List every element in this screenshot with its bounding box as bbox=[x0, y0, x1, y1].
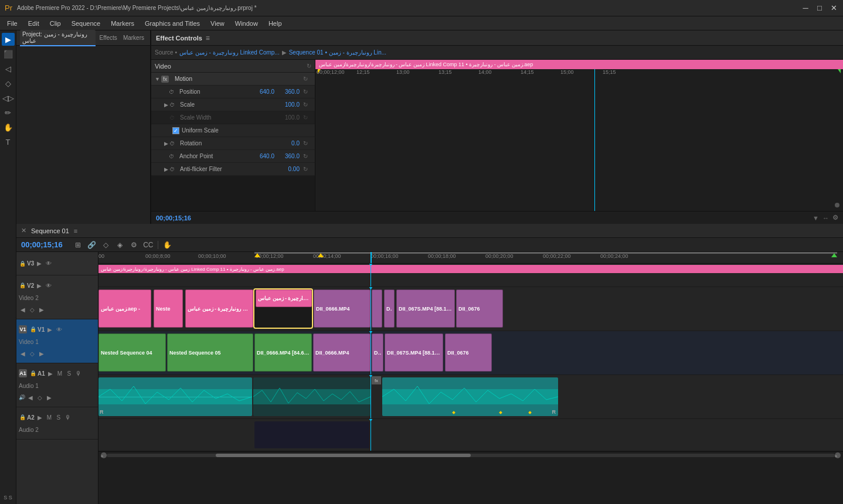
tool-razor[interactable]: ◇ bbox=[2, 77, 15, 90]
v2-eye-icon[interactable]: 👁 bbox=[45, 281, 53, 290]
menu-markers[interactable]: Markers bbox=[106, 19, 139, 28]
v2-playback-icon[interactable]: ◀ bbox=[19, 305, 27, 314]
a2-mic-icon[interactable]: 🎙 bbox=[64, 413, 72, 421]
ec-rot-reset[interactable]: ↻ bbox=[303, 140, 311, 147]
v2-clip-2[interactable]: Neste bbox=[154, 290, 183, 328]
ec-anchor-y[interactable]: 360.0 bbox=[279, 153, 300, 159]
v1-clip-3[interactable]: DII_0666.MP4 [84.62%] bbox=[254, 333, 312, 372]
tl-trim-btn[interactable]: ◇ bbox=[100, 240, 112, 250]
menu-sequence[interactable]: Sequence bbox=[67, 19, 106, 28]
ec-motion-reset[interactable]: ↻ bbox=[303, 76, 311, 82]
v1-playback-icon[interactable]: ◀ bbox=[19, 349, 27, 357]
v2-clip-5[interactable]: DII_0666.MP4 bbox=[314, 290, 370, 328]
v1-clip-7[interactable]: DII_0676 bbox=[445, 333, 492, 372]
ec-scale-reset[interactable]: ↻ bbox=[303, 101, 311, 108]
v3-lock[interactable]: 🔒 bbox=[19, 260, 26, 267]
ec-scale-chevron[interactable]: ▶ bbox=[164, 102, 168, 108]
menu-edit[interactable]: Edit bbox=[23, 19, 44, 28]
v1-lock[interactable]: 🔒 bbox=[29, 326, 36, 333]
tool-hand[interactable]: ✋ bbox=[2, 121, 15, 134]
a1-m-icon[interactable]: M bbox=[56, 369, 64, 377]
tl-settings-btn[interactable]: ⚙ bbox=[128, 240, 140, 250]
a1-s-icon[interactable]: S bbox=[65, 369, 73, 377]
a1-video-icon[interactable]: ▶ bbox=[46, 369, 55, 377]
maximize-btn[interactable]: □ bbox=[815, 4, 824, 13]
ec-rot-chevron[interactable]: ▶ bbox=[164, 141, 168, 147]
a1-clip-left[interactable]: R bbox=[98, 377, 252, 416]
ec-af-stopwatch[interactable]: ⏱ bbox=[169, 166, 175, 172]
ec-sw-reset[interactable]: ↻ bbox=[303, 114, 311, 121]
ec-uniform-checkbox[interactable]: ✓ bbox=[172, 127, 179, 134]
a1-fwd-icon[interactable]: ▶ bbox=[45, 393, 53, 401]
scroll-left-btn[interactable]: ◦ bbox=[101, 452, 107, 458]
tool-pen[interactable]: ✏ bbox=[2, 106, 15, 119]
a1-sync-lock[interactable]: A1 bbox=[19, 369, 27, 377]
v1-keyframe-icon[interactable]: ◇ bbox=[28, 349, 36, 357]
tl-marker-btn[interactable]: ◈ bbox=[114, 240, 126, 250]
tab-markers[interactable]: Markers bbox=[121, 33, 147, 42]
v1-sync-lock[interactable]: V1 bbox=[19, 325, 27, 333]
tl-snap-btn[interactable]: ⊞ bbox=[72, 240, 84, 250]
a2-video-icon[interactable]: ▶ bbox=[36, 413, 44, 421]
v2-lock[interactable]: 🔒 bbox=[19, 282, 26, 289]
ec-position-y[interactable]: 360.0 bbox=[279, 88, 300, 95]
v1-clip-6[interactable]: DII_067S.MP4 [88.19%] bbox=[385, 333, 443, 372]
minimize-btn[interactable]: ─ bbox=[801, 4, 810, 13]
a1-volume-icon[interactable]: 🔊 bbox=[19, 394, 25, 400]
v1-eye-icon[interactable]: 👁 bbox=[55, 325, 63, 333]
ec-anchor-reset[interactable]: ↻ bbox=[303, 153, 311, 159]
v2-video-icon[interactable]: ▶ bbox=[35, 281, 43, 290]
tl-captions-btn[interactable]: CC bbox=[142, 240, 154, 250]
ec-source-name[interactable]: رونبارچیرة - زمین عباس Linked Comp... bbox=[179, 49, 280, 56]
v1-clip-1[interactable]: Nested Sequence 04 bbox=[98, 333, 166, 372]
tool-selection[interactable]: ▶ bbox=[2, 33, 15, 46]
a1-lock[interactable]: 🔒 bbox=[29, 370, 36, 377]
v3-video-icon[interactable]: ▶ bbox=[35, 260, 43, 268]
a2-lock[interactable]: 🔒 bbox=[19, 414, 26, 421]
menu-window[interactable]: Window bbox=[230, 19, 263, 28]
close-btn[interactable]: ✕ bbox=[829, 4, 838, 13]
v1-fwd-icon[interactable]: ▶ bbox=[38, 349, 46, 357]
menu-view[interactable]: View bbox=[206, 19, 229, 28]
ec-position-x[interactable]: 640.0 bbox=[248, 88, 274, 95]
v2-fwd-icon[interactable]: ▶ bbox=[38, 305, 46, 314]
tool-type[interactable]: T bbox=[2, 135, 15, 148]
menu-clip[interactable]: Clip bbox=[45, 19, 66, 28]
ec-pos-stopwatch[interactable]: ⏱ bbox=[169, 89, 174, 95]
ruler-out-marker-gold[interactable] bbox=[318, 253, 324, 257]
ec-scale-stopwatch[interactable]: ⏱ bbox=[169, 102, 175, 108]
ec-motion-chevron[interactable]: ▼ bbox=[155, 76, 160, 82]
v2-clip-6[interactable] bbox=[372, 290, 382, 328]
ec-af-chevron[interactable]: ▶ bbox=[164, 166, 168, 172]
ec-af-reset[interactable]: ↻ bbox=[303, 166, 311, 172]
v1-clip-4[interactable]: DII_0666.MP4 bbox=[313, 333, 370, 372]
ec-rotation-value[interactable]: 0.0 bbox=[273, 140, 300, 147]
v2-keyframe-icon[interactable]: ◇ bbox=[28, 305, 36, 314]
ruler-out-marker-green[interactable] bbox=[831, 253, 837, 257]
ec-filter-icon[interactable]: ▼ bbox=[813, 214, 819, 222]
ec-scale-value[interactable]: 100.0 bbox=[273, 101, 300, 108]
menu-help[interactable]: Help bbox=[264, 19, 287, 28]
in-marker[interactable] bbox=[318, 69, 321, 73]
ec-wrench-icon[interactable]: ⚙ bbox=[832, 214, 838, 222]
tool-ripple[interactable]: ◁ bbox=[2, 62, 15, 75]
a2-s-icon[interactable]: S bbox=[55, 413, 63, 421]
menu-graphics[interactable]: Graphics and Titles bbox=[140, 19, 205, 28]
v2-clip-9[interactable]: DII_0676 bbox=[456, 290, 503, 328]
a1-mic-icon[interactable]: 🎙 bbox=[74, 369, 83, 377]
scroll-right-btn[interactable]: ◦ bbox=[835, 452, 841, 458]
ec-menu-icon[interactable]: ≡ bbox=[206, 34, 210, 42]
v1-clip-2[interactable]: Nested Sequence 05 bbox=[167, 333, 253, 372]
a2-m-icon[interactable]: M bbox=[45, 413, 53, 421]
v2-clip-3[interactable]: رونبارچیرة - زمین عباس Linked C bbox=[185, 290, 253, 328]
tool-slip[interactable]: ◁▷ bbox=[2, 91, 15, 104]
ec-af-value[interactable]: 0.00 bbox=[273, 166, 300, 172]
seq-menu-icon[interactable]: ≡ bbox=[74, 227, 77, 234]
a1-keyframe-icon[interactable]: ◇ bbox=[36, 393, 44, 401]
v2-clip-7[interactable]: DII_ bbox=[384, 290, 395, 328]
tab-project[interactable]: Project: رونبارچیرة - زمین عباس bbox=[20, 30, 96, 46]
hscroll-track[interactable] bbox=[107, 454, 835, 457]
tool-track-select[interactable]: ⬛ bbox=[2, 47, 15, 60]
tl-timecode[interactable]: 00;00;15;16 bbox=[21, 240, 63, 249]
v3-eye-icon[interactable]: 👁 bbox=[45, 260, 53, 268]
